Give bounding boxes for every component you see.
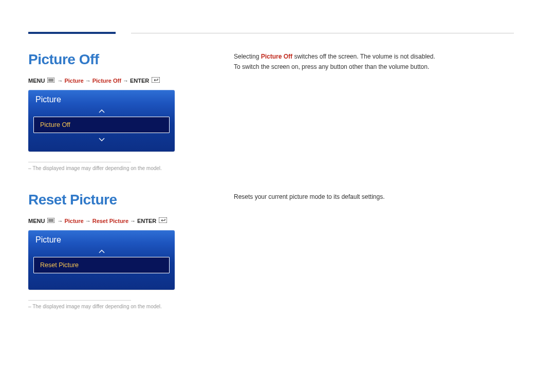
nav-path-reset-picture: MENU → Picture → Reset Picture → ENTER (28, 217, 234, 224)
desc-reset-picture-p1: Resets your current picture mode to its … (234, 192, 527, 202)
menu-icon (47, 218, 54, 224)
section-picture-off-title: Picture Off (28, 51, 234, 68)
nav-menu-label: MENU (28, 218, 45, 224)
section-reset-picture: Reset Picture MENU → Picture → Reset Pic… (28, 192, 527, 309)
footnote-divider (28, 300, 131, 301)
chevron-up-icon (28, 248, 175, 257)
chevron-up-icon (28, 107, 175, 117)
nav-arrow: → (130, 218, 136, 224)
footnote-picture-off: The displayed image may differ depending… (28, 165, 234, 171)
osd-item-reset-picture[interactable]: Reset Picture (33, 257, 170, 273)
footnote-reset-picture: The displayed image may differ depending… (28, 304, 234, 309)
header-divider (131, 33, 514, 33)
desc-highlight: Picture Off (261, 53, 292, 60)
osd-title: Picture (28, 230, 175, 248)
header-accent-bar (28, 32, 116, 34)
nav-enter-label: ENTER (137, 218, 156, 224)
nav-path-picture-off: MENU → Picture → Picture Off → ENTER (28, 77, 234, 84)
osd-item-picture-off[interactable]: Picture Off (33, 117, 170, 133)
nav-arrow: → (123, 78, 128, 84)
osd-card-picture-off: Picture Picture Off (28, 90, 175, 152)
desc-text: switches off the screen. The volume is n… (292, 53, 435, 60)
nav-seg-picture-off: Picture Off (92, 78, 121, 84)
menu-icon (47, 78, 54, 84)
osd-card-reset-picture: Picture Reset Picture (28, 230, 175, 290)
enter-icon (152, 77, 160, 84)
footnote-divider (28, 162, 131, 162)
nav-arrow: → (85, 78, 91, 84)
nav-enter-label: ENTER (130, 78, 149, 84)
nav-seg-reset-picture: Reset Picture (92, 218, 128, 224)
nav-menu-label: MENU (28, 78, 45, 84)
section-reset-picture-title: Reset Picture (28, 192, 234, 208)
nav-arrow: → (85, 218, 91, 224)
osd-title: Picture (28, 90, 175, 107)
section-picture-off: Picture Off MENU → Picture → Picture Off… (28, 51, 527, 171)
desc-picture-off-p2: To switch the screen on, press any butto… (234, 62, 527, 72)
chevron-down-icon (28, 133, 175, 144)
nav-arrow: → (57, 218, 63, 224)
nav-seg-picture: Picture (64, 78, 83, 84)
nav-arrow: → (57, 78, 63, 84)
enter-icon (159, 217, 167, 224)
nav-seg-picture: Picture (64, 218, 83, 224)
desc-text: Selecting (234, 53, 261, 60)
desc-picture-off-p1: Selecting Picture Off switches off the s… (234, 51, 527, 62)
